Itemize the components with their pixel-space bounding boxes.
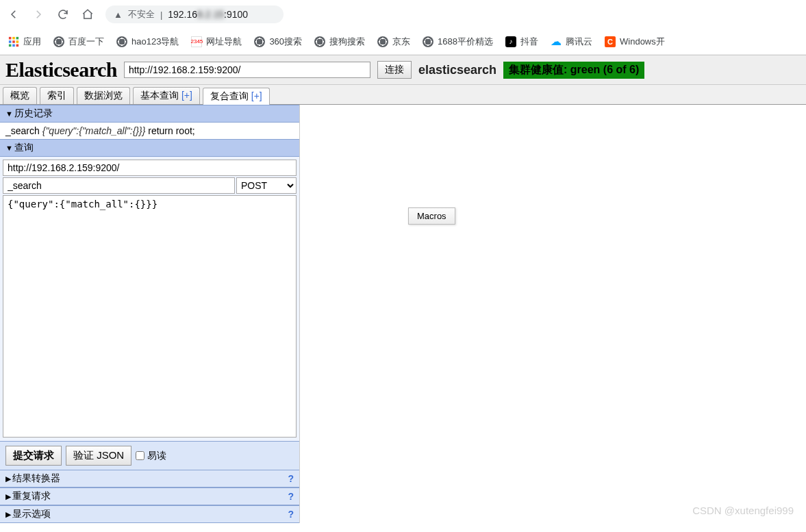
method-select[interactable]: POST <box>236 177 297 194</box>
help-icon[interactable]: ? <box>288 473 294 484</box>
caret-down-icon: ▼ <box>5 144 13 152</box>
history-header[interactable]: ▼ 历史记录 <box>0 105 299 123</box>
help-icon[interactable]: ? <box>288 491 294 502</box>
globe-icon <box>314 36 325 47</box>
tab-overview[interactable]: 概览 <box>3 87 37 104</box>
globe-icon <box>53 36 64 47</box>
svg-rect-3 <box>9 40 12 43</box>
tab-basic-query[interactable]: 基本查询 [+] <box>133 87 200 104</box>
svg-rect-2 <box>16 36 19 39</box>
tab-compound-query[interactable]: 复合查询 [+] <box>203 88 270 105</box>
server-url-input[interactable] <box>124 62 370 78</box>
site-icon: 2345 <box>191 36 202 47</box>
query-path-input[interactable] <box>3 177 235 194</box>
svg-rect-5 <box>16 40 19 43</box>
bookmark-item[interactable]: 百度一下 <box>53 36 104 48</box>
es-logo: Elasticsearch <box>5 58 117 81</box>
query-body-textarea[interactable] <box>3 195 297 438</box>
bookmark-item[interactable]: 京东 <box>377 36 410 48</box>
bookmark-item[interactable]: hao123导航 <box>116 36 179 48</box>
left-panel: ▼ 历史记录 _search {"query":{"match_all":{}}… <box>0 105 300 523</box>
bookmark-item[interactable]: 1688平价精选 <box>423 36 493 48</box>
svg-rect-1 <box>12 36 15 39</box>
es-header: Elasticsearch 连接 elasticsearch 集群健康值: gr… <box>0 55 806 85</box>
history-entry[interactable]: _search {"query":{"match_all":{}}} retur… <box>0 123 299 139</box>
globe-icon <box>423 36 433 47</box>
caret-right-icon: ▶ <box>5 510 11 519</box>
query-header[interactable]: ▼ 查询 <box>0 139 299 157</box>
site-icon: C <box>605 36 616 47</box>
display-options-header[interactable]: ▶ 显示选项? <box>0 505 299 523</box>
insecure-label: 不安全 <box>128 8 155 21</box>
globe-icon <box>254 36 265 47</box>
submit-row: 提交请求 验证 JSON 易读 <box>0 441 299 470</box>
bookmark-item[interactable]: ☁腾讯云 <box>551 35 592 48</box>
pretty-checkbox-label[interactable]: 易读 <box>136 450 166 462</box>
connect-button[interactable]: 连接 <box>377 61 412 79</box>
help-icon[interactable]: ? <box>288 509 294 520</box>
bookmark-item[interactable]: ♪抖音 <box>505 36 538 48</box>
query-body: POST <box>0 157 299 441</box>
bookmark-item[interactable]: 360搜索 <box>254 36 302 48</box>
reload-icon[interactable] <box>56 8 70 21</box>
result-panel: Macros CSDN @xutengfei999 <box>300 105 806 523</box>
tab-indices[interactable]: 索引 <box>40 87 74 104</box>
caret-right-icon: ▶ <box>5 474 11 483</box>
home-icon[interactable] <box>81 8 95 21</box>
submit-button[interactable]: 提交请求 <box>5 446 62 466</box>
globe-icon <box>377 36 388 47</box>
svg-rect-6 <box>9 44 12 47</box>
caret-down-icon: ▼ <box>5 110 13 118</box>
bookmark-item[interactable]: 2345网址导航 <box>191 36 242 48</box>
apps-icon <box>8 36 19 47</box>
query-url-input[interactable] <box>3 160 297 176</box>
nav-tabs: 概览 索引 数据浏览 基本查询 [+] 复合查询 [+] <box>0 85 806 105</box>
bookmark-item[interactable]: 搜狗搜索 <box>314 36 365 48</box>
pretty-checkbox[interactable] <box>136 451 144 460</box>
repeat-header[interactable]: ▶ 重复请求? <box>0 487 299 505</box>
caret-right-icon: ▶ <box>5 492 11 501</box>
svg-rect-4 <box>12 40 15 43</box>
macros-button[interactable]: Macros <box>408 207 455 225</box>
cluster-name: elasticsearch <box>418 63 496 77</box>
bookmarks-bar: 应用 百度一下 hao123导航 2345网址导航 360搜索 搜狗搜索 京东 … <box>0 29 806 55</box>
url-display: 192.168.2.15:9100 <box>168 9 248 20</box>
transformer-header[interactable]: ▶ 结果转换器? <box>0 470 299 487</box>
apps-button[interactable]: 应用 <box>8 36 41 48</box>
health-badge: 集群健康值: green (6 of 6) <box>503 62 644 79</box>
svg-rect-8 <box>16 44 19 47</box>
browser-toolbar: ▲ 不安全 | 192.168.2.15:9100 <box>0 0 806 29</box>
watermark: CSDN @xutengfei999 <box>692 505 794 516</box>
svg-rect-7 <box>12 44 15 47</box>
globe-icon <box>116 36 127 47</box>
validate-json-button[interactable]: 验证 JSON <box>66 446 131 466</box>
bookmark-item[interactable]: CWindows开 <box>605 36 665 48</box>
tab-browse[interactable]: 数据浏览 <box>77 87 130 104</box>
forward-icon[interactable] <box>32 8 45 21</box>
back-icon[interactable] <box>7 8 21 21</box>
insecure-icon: ▲ <box>114 10 123 20</box>
cloud-icon: ☁ <box>551 35 562 48</box>
address-bar[interactable]: ▲ 不安全 | 192.168.2.15:9100 <box>105 5 284 23</box>
svg-rect-0 <box>9 36 12 39</box>
douyin-icon: ♪ <box>505 36 516 47</box>
